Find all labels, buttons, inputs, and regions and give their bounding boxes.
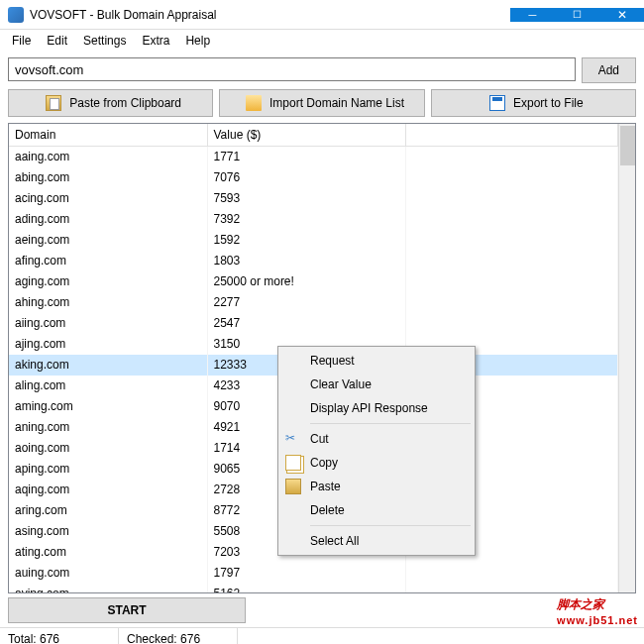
scrollbar[interactable] (618, 124, 635, 592)
save-icon (489, 95, 505, 111)
menu-separator (310, 525, 471, 526)
menu-edit[interactable]: Edit (39, 31, 75, 51)
cell-value: 2277 (207, 292, 405, 313)
menu-item-cut[interactable]: Cut (280, 427, 473, 451)
cell-domain: aling.com (9, 376, 207, 396)
cell-domain: aving.com (9, 584, 207, 594)
cell-domain: aiing.com (9, 313, 207, 334)
cell-value: 25000 or more! (207, 271, 405, 292)
cell-domain: aming.com (9, 396, 207, 417)
cell-domain: ading.com (9, 209, 207, 230)
cell-domain: aging.com (9, 271, 207, 292)
table-row[interactable]: acing.com7593 (9, 188, 618, 209)
menu-file[interactable]: File (4, 31, 39, 51)
cell-value: 7392 (207, 209, 405, 230)
menu-item-select-all[interactable]: Select All (280, 529, 473, 553)
status-bar: Total: 676 Checked: 676 (0, 627, 644, 644)
cell-value: 7076 (207, 167, 405, 188)
cell-value: 1803 (207, 251, 405, 271)
cell-domain: aping.com (9, 459, 207, 480)
menu-extra[interactable]: Extra (134, 31, 177, 51)
menu-item-delete[interactable]: Delete (280, 498, 473, 522)
window-title: VOVSOFT - Bulk Domain Appraisal (30, 8, 510, 22)
table-row[interactable]: aaing.com1771 (9, 147, 618, 167)
status-checked: Checked: 676 (119, 628, 238, 644)
cut-icon (285, 431, 301, 447)
cell-domain: auing.com (9, 563, 207, 584)
close-button[interactable] (599, 8, 644, 22)
cell-domain: afing.com (9, 251, 207, 271)
cell-domain: aoing.com (9, 438, 207, 459)
table-row[interactable]: ading.com7392 (9, 209, 618, 230)
folder-icon (246, 95, 262, 111)
cell-value: 1771 (207, 147, 405, 167)
scrollbar-thumb[interactable] (620, 126, 635, 165)
table-row[interactable]: aving.com5162 (9, 584, 618, 594)
col-value[interactable]: Value ($) (207, 124, 405, 147)
copy-icon (285, 455, 301, 471)
start-button[interactable]: START (8, 597, 246, 623)
paste-icon (285, 479, 301, 494)
cell-value: 5162 (207, 584, 405, 594)
cell-domain: aking.com (9, 355, 207, 376)
table-row[interactable]: aging.com25000 or more! (9, 271, 618, 292)
app-icon (8, 7, 24, 23)
cell-value: 1592 (207, 230, 405, 251)
import-list-button[interactable]: Import Domain Name List (219, 89, 424, 117)
menu-item-request[interactable]: Request (280, 349, 473, 373)
status-total: Total: 676 (0, 628, 119, 644)
minimize-button[interactable] (510, 8, 555, 22)
menu-item-display-api-response[interactable]: Display API Response (280, 396, 473, 420)
table-row[interactable]: ahing.com2277 (9, 292, 618, 313)
cell-value: 7593 (207, 188, 405, 209)
menubar: File Edit Settings Extra Help (0, 30, 644, 52)
cell-domain: ating.com (9, 542, 207, 563)
cell-domain: aqing.com (9, 480, 207, 500)
cell-domain: ahing.com (9, 292, 207, 313)
cell-value: 1797 (207, 563, 405, 584)
menu-item-clear-value[interactable]: Clear Value (280, 373, 473, 396)
table-row[interactable]: afing.com1803 (9, 251, 618, 271)
clipboard-icon (46, 95, 61, 111)
cell-domain: aaing.com (9, 147, 207, 167)
export-file-button[interactable]: Export to File (431, 89, 636, 117)
paste-clipboard-button[interactable]: Paste from Clipboard (8, 89, 213, 117)
col-spacer (405, 124, 618, 147)
menu-item-paste[interactable]: Paste (280, 475, 473, 498)
menu-help[interactable]: Help (177, 31, 218, 51)
domain-input[interactable] (8, 57, 576, 81)
cell-domain: acing.com (9, 188, 207, 209)
cell-domain: aring.com (9, 500, 207, 521)
cell-domain: aeing.com (9, 230, 207, 251)
table-row[interactable]: aiing.com2547 (9, 313, 618, 334)
menu-item-copy[interactable]: Copy (280, 451, 473, 475)
cell-domain: aning.com (9, 417, 207, 438)
col-domain[interactable]: Domain (9, 124, 207, 147)
cell-domain: abing.com (9, 167, 207, 188)
cell-domain: asing.com (9, 521, 207, 542)
menu-settings[interactable]: Settings (75, 31, 134, 51)
cell-value: 2547 (207, 313, 405, 334)
titlebar[interactable]: VOVSOFT - Bulk Domain Appraisal (0, 0, 644, 30)
add-button[interactable]: Add (582, 57, 636, 83)
context-menu: RequestClear ValueDisplay API ResponseCu… (277, 346, 476, 556)
maximize-button[interactable] (555, 8, 599, 22)
menu-separator (310, 423, 471, 424)
cell-domain: ajing.com (9, 334, 207, 355)
table-row[interactable]: abing.com7076 (9, 167, 618, 188)
table-row[interactable]: auing.com1797 (9, 563, 618, 584)
table-row[interactable]: aeing.com1592 (9, 230, 618, 251)
